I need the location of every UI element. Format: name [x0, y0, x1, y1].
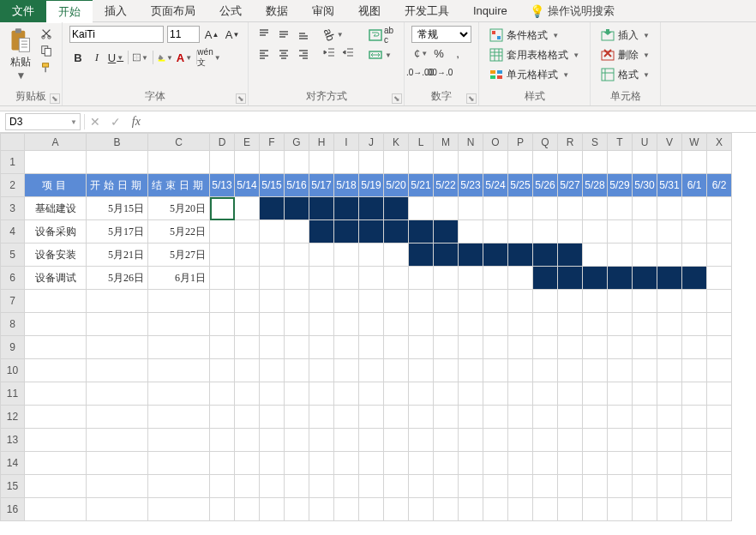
cell[interactable] — [558, 452, 583, 475]
cell[interactable] — [25, 151, 87, 174]
row-header-11[interactable]: 11 — [1, 382, 25, 406]
col-header-S[interactable]: S — [583, 134, 608, 151]
cell[interactable] — [384, 267, 409, 290]
cell[interactable] — [409, 290, 434, 313]
cell[interactable]: 项目 — [25, 174, 87, 197]
cell[interactable] — [483, 290, 508, 313]
cell[interactable] — [533, 452, 558, 475]
paste-button[interactable]: 粘贴▼ — [7, 26, 34, 83]
cell[interactable] — [657, 151, 682, 174]
cell[interactable] — [483, 336, 508, 359]
cell[interactable] — [384, 220, 409, 243]
cell[interactable]: 6/2 — [707, 174, 732, 197]
cell[interactable] — [334, 406, 359, 429]
cell[interactable] — [384, 475, 409, 498]
row-header-10[interactable]: 10 — [1, 359, 25, 382]
cell[interactable] — [384, 382, 409, 406]
cell[interactable] — [148, 359, 210, 382]
cell[interactable] — [285, 452, 309, 475]
cell[interactable] — [359, 475, 384, 498]
cell[interactable] — [87, 290, 148, 313]
cell[interactable] — [334, 151, 359, 174]
row-header-15[interactable]: 15 — [1, 475, 25, 498]
cell[interactable] — [285, 359, 309, 382]
cell[interactable] — [533, 382, 558, 406]
cell[interactable] — [359, 359, 384, 382]
cell[interactable]: 5/31 — [657, 174, 682, 197]
cell[interactable] — [508, 406, 533, 429]
insert-cells-button[interactable]: 插入▼ — [597, 26, 653, 45]
cell[interactable]: 5/24 — [483, 174, 508, 197]
cell[interactable] — [707, 406, 732, 429]
cell[interactable]: 5/19 — [359, 174, 384, 197]
cell[interactable] — [384, 290, 409, 313]
col-header-M[interactable]: M — [434, 134, 459, 151]
cell[interactable] — [558, 429, 583, 452]
cell[interactable] — [558, 197, 583, 220]
tab-数据[interactable]: 数据 — [254, 0, 300, 22]
col-header-G[interactable]: G — [285, 134, 309, 151]
cell[interactable] — [235, 382, 260, 406]
cell[interactable] — [483, 382, 508, 406]
cell[interactable] — [508, 429, 533, 452]
cell[interactable] — [434, 197, 459, 220]
cell[interactable] — [682, 243, 707, 267]
cell[interactable] — [235, 498, 260, 521]
cell[interactable] — [459, 243, 483, 267]
cell[interactable] — [608, 498, 633, 521]
cell[interactable] — [682, 452, 707, 475]
cell[interactable] — [260, 498, 285, 521]
row-header-9[interactable]: 9 — [1, 336, 25, 359]
cell[interactable] — [384, 498, 409, 521]
cell[interactable] — [682, 406, 707, 429]
cell[interactable] — [657, 290, 682, 313]
row-header-7[interactable]: 7 — [1, 290, 25, 313]
row-header-13[interactable]: 13 — [1, 429, 25, 452]
cell[interactable] — [210, 290, 235, 313]
cell[interactable] — [633, 220, 657, 243]
row-header-16[interactable]: 16 — [1, 498, 25, 521]
cell[interactable] — [558, 313, 583, 336]
cell[interactable] — [210, 243, 235, 267]
cell[interactable] — [483, 267, 508, 290]
cell[interactable] — [409, 313, 434, 336]
cell[interactable] — [87, 313, 148, 336]
cell[interactable] — [87, 452, 148, 475]
cell[interactable] — [533, 151, 558, 174]
cell[interactable] — [633, 313, 657, 336]
cell[interactable] — [657, 498, 682, 521]
cell[interactable] — [707, 429, 732, 452]
cell[interactable] — [533, 267, 558, 290]
cell[interactable] — [235, 336, 260, 359]
cell[interactable] — [434, 498, 459, 521]
cell[interactable] — [434, 267, 459, 290]
col-header-J[interactable]: J — [359, 134, 384, 151]
cell[interactable] — [583, 151, 608, 174]
cell[interactable] — [633, 197, 657, 220]
cell[interactable] — [633, 382, 657, 406]
cell[interactable] — [148, 382, 210, 406]
cell[interactable] — [384, 313, 409, 336]
cell[interactable] — [148, 475, 210, 498]
cell[interactable] — [633, 151, 657, 174]
cell[interactable] — [583, 359, 608, 382]
cell[interactable] — [657, 475, 682, 498]
cell[interactable] — [260, 382, 285, 406]
cell[interactable] — [533, 313, 558, 336]
cell[interactable] — [583, 313, 608, 336]
cell[interactable] — [434, 359, 459, 382]
cell[interactable] — [508, 475, 533, 498]
cell[interactable] — [359, 151, 384, 174]
cell[interactable] — [309, 406, 334, 429]
cell[interactable] — [334, 498, 359, 521]
cell[interactable] — [608, 406, 633, 429]
cell[interactable] — [707, 220, 732, 243]
cell[interactable] — [25, 382, 87, 406]
cell[interactable] — [309, 336, 334, 359]
row-header-14[interactable]: 14 — [1, 452, 25, 475]
number-dialog-launcher[interactable]: ⬊ — [466, 93, 477, 104]
cell[interactable] — [459, 382, 483, 406]
cell[interactable] — [25, 475, 87, 498]
cell[interactable] — [359, 498, 384, 521]
cell[interactable] — [148, 452, 210, 475]
